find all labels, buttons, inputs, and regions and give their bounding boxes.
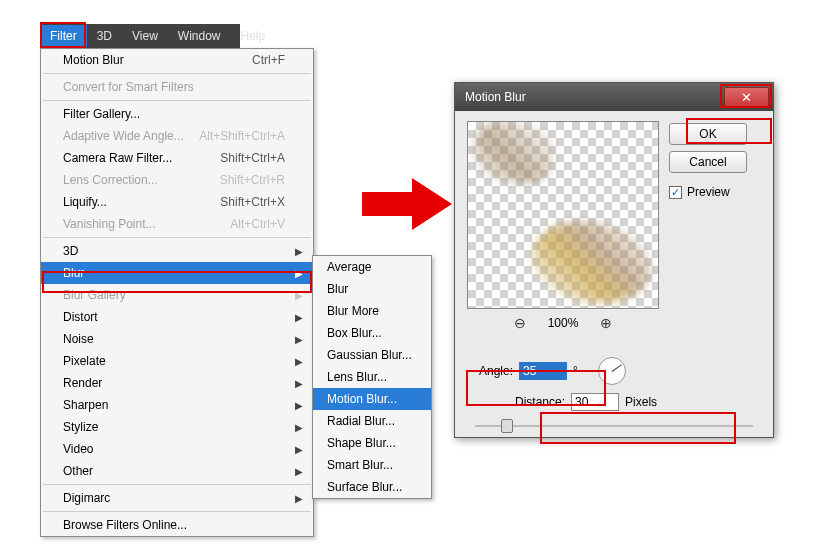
close-icon: ✕ — [741, 90, 752, 105]
menu-digimarc[interactable]: Digimarc▶ — [41, 487, 313, 509]
menu-video-group[interactable]: Video▶ — [41, 438, 313, 460]
submenu-box-blur[interactable]: Box Blur... — [313, 322, 431, 344]
menubar: Filter 3D View Window Help — [40, 24, 240, 48]
menu-convert-smart: Convert for Smart Filters — [41, 76, 313, 98]
blur-submenu: Average Blur Blur More Box Blur... Gauss… — [312, 255, 432, 499]
separator — [43, 511, 311, 512]
menu-filter-gallery[interactable]: Filter Gallery... — [41, 103, 313, 125]
chevron-right-icon: ▶ — [295, 400, 303, 411]
slider-track — [475, 425, 753, 427]
menu-blur-gallery-group: Blur Gallery▶ — [41, 284, 313, 306]
submenu-smart-blur[interactable]: Smart Blur... — [313, 454, 431, 476]
submenu-blur-more[interactable]: Blur More — [313, 300, 431, 322]
angle-input[interactable] — [519, 362, 567, 380]
chevron-right-icon: ▶ — [295, 290, 303, 301]
menu-vanish: Vanishing Point...Alt+Ctrl+V — [41, 213, 313, 235]
chevron-right-icon: ▶ — [295, 444, 303, 455]
separator — [43, 100, 311, 101]
menu-stylize-group[interactable]: Stylize▶ — [41, 416, 313, 438]
distance-label: Distance: — [515, 395, 565, 409]
submenu-shape-blur[interactable]: Shape Blur... — [313, 432, 431, 454]
menu-crf[interactable]: Camera Raw Filter...Shift+Ctrl+A — [41, 147, 313, 169]
chevron-right-icon: ▶ — [295, 246, 303, 257]
motion-blur-dialog: Motion Blur ✕ ⊖ 100% ⊕ OK Cancel ✓ Previ… — [454, 82, 774, 438]
separator — [43, 73, 311, 74]
submenu-blur[interactable]: Blur — [313, 278, 431, 300]
chevron-right-icon: ▶ — [295, 422, 303, 433]
angle-dial[interactable] — [598, 357, 626, 385]
submenu-radial-blur[interactable]: Radial Blur... — [313, 410, 431, 432]
menu-sharpen-group[interactable]: Sharpen▶ — [41, 394, 313, 416]
slider-thumb[interactable] — [501, 419, 513, 433]
menu-filter[interactable]: Filter — [40, 25, 87, 47]
preview-checkbox-row[interactable]: ✓ Preview — [669, 185, 747, 199]
menu-browse-online[interactable]: Browse Filters Online... — [41, 514, 313, 536]
dialog-title: Motion Blur — [465, 90, 526, 104]
menu-window[interactable]: Window — [168, 25, 231, 47]
shortcut: Ctrl+F — [252, 53, 285, 67]
distance-slider[interactable] — [475, 417, 753, 433]
menu-liquify[interactable]: Liquify...Shift+Ctrl+X — [41, 191, 313, 213]
menu-noise-group[interactable]: Noise▶ — [41, 328, 313, 350]
chevron-right-icon: ▶ — [295, 312, 303, 323]
zoom-in-icon[interactable]: ⊕ — [600, 315, 612, 331]
angle-label: Angle: — [479, 364, 513, 378]
menu-3d-group[interactable]: 3D▶ — [41, 240, 313, 262]
submenu-average[interactable]: Average — [313, 256, 431, 278]
submenu-gaussian-blur[interactable]: Gaussian Blur... — [313, 344, 431, 366]
menu-awa: Adaptive Wide Angle...Alt+Shift+Ctrl+A — [41, 125, 313, 147]
label: Motion Blur — [63, 53, 124, 67]
preview-content — [469, 121, 558, 188]
submenu-surface-blur[interactable]: Surface Blur... — [313, 476, 431, 498]
chevron-right-icon: ▶ — [295, 493, 303, 504]
menu-render-group[interactable]: Render▶ — [41, 372, 313, 394]
degree-symbol: ° — [573, 364, 578, 378]
menu-view[interactable]: View — [122, 25, 168, 47]
chevron-right-icon: ▶ — [295, 356, 303, 367]
menu-blur-group[interactable]: Blur▶ — [41, 262, 313, 284]
zoom-out-icon[interactable]: ⊖ — [514, 315, 526, 331]
submenu-motion-blur[interactable]: Motion Blur... — [313, 388, 431, 410]
menu-other-group[interactable]: Other▶ — [41, 460, 313, 482]
menu-pixelate-group[interactable]: Pixelate▶ — [41, 350, 313, 372]
dialog-titlebar[interactable]: Motion Blur ✕ — [455, 83, 773, 111]
menu-lens: Lens Correction...Shift+Ctrl+R — [41, 169, 313, 191]
menu-last-filter[interactable]: Motion Blur Ctrl+F — [41, 49, 313, 71]
chevron-right-icon: ▶ — [295, 268, 303, 279]
distance-input[interactable] — [571, 393, 619, 411]
guide-arrow-icon — [362, 174, 452, 234]
svg-marker-0 — [362, 178, 452, 230]
ok-button[interactable]: OK — [669, 123, 747, 145]
preview-box[interactable] — [467, 121, 659, 309]
close-button[interactable]: ✕ — [724, 87, 769, 107]
distance-unit: Pixels — [625, 395, 657, 409]
chevron-right-icon: ▶ — [295, 466, 303, 477]
menu-3d[interactable]: 3D — [87, 25, 122, 47]
menu-help[interactable]: Help — [231, 25, 276, 47]
preview-label: Preview — [687, 185, 730, 199]
submenu-lens-blur[interactable]: Lens Blur... — [313, 366, 431, 388]
menu-distort-group[interactable]: Distort▶ — [41, 306, 313, 328]
preview-content — [526, 212, 658, 309]
filter-dropdown: Motion Blur Ctrl+F Convert for Smart Fil… — [40, 48, 314, 537]
checkbox-icon[interactable]: ✓ — [669, 186, 682, 199]
separator — [43, 484, 311, 485]
chevron-right-icon: ▶ — [295, 334, 303, 345]
cancel-button[interactable]: Cancel — [669, 151, 747, 173]
separator — [43, 237, 311, 238]
chevron-right-icon: ▶ — [295, 378, 303, 389]
zoom-level: 100% — [548, 316, 579, 330]
